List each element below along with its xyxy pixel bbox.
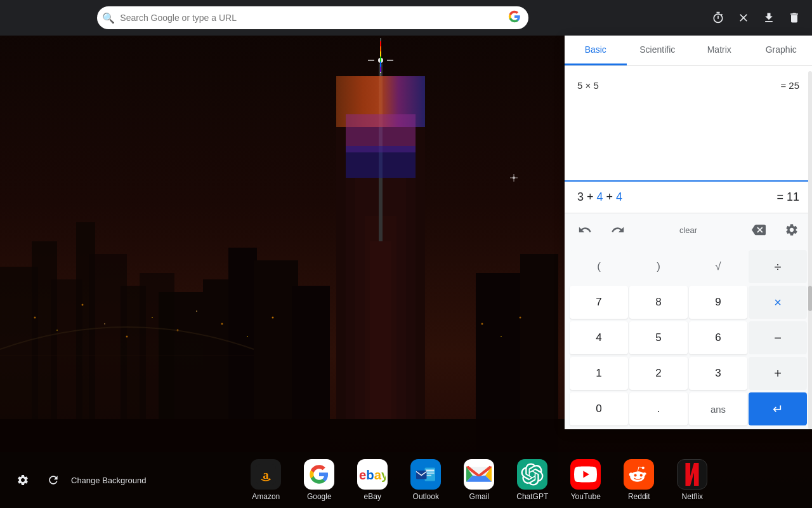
backspace-button[interactable] (743, 216, 774, 244)
svg-text:ebay: ebay (359, 468, 386, 482)
btn-ans[interactable]: ans (689, 392, 747, 425)
btn-sqrt[interactable]: √ (689, 250, 747, 283)
app-chatgpt[interactable]: ChatGPT (507, 457, 558, 504)
chatgpt-icon (517, 459, 547, 490)
youtube-label: YouTube (571, 492, 601, 501)
tab-basic[interactable]: Basic (565, 36, 627, 65)
change-background-button[interactable]: Change Background (71, 476, 147, 485)
app-amazon[interactable]: a Amazon (240, 457, 291, 504)
taskbar-apps: a Amazon Google (157, 457, 802, 504)
btn-9[interactable]: 9 (689, 286, 747, 319)
btn-multiply[interactable]: × (749, 286, 807, 319)
calc-row-1: ( ) √ ÷ (567, 249, 809, 284)
tab-graphic[interactable]: Graphic (750, 36, 813, 65)
calc-row-5: 0 . ans ↵ (567, 391, 809, 427)
app-gmail[interactable]: Gmail (454, 457, 504, 504)
btn-8[interactable]: 8 (629, 286, 688, 319)
tab-matrix[interactable]: Matrix (688, 36, 750, 65)
gmail-label: Gmail (469, 492, 489, 501)
youtube-icon (570, 459, 601, 490)
clear-button[interactable]: clear (636, 216, 741, 244)
google-icon (304, 459, 334, 490)
app-outlook[interactable]: Outlook (400, 457, 451, 504)
reddit-icon (624, 459, 654, 490)
netflix-label: Netflix (682, 492, 703, 501)
outlook-icon (410, 459, 441, 490)
scrollbar-thumb[interactable] (808, 286, 812, 311)
btn-3[interactable]: 3 (689, 357, 747, 390)
calc-row-2: 7 8 9 × (567, 284, 809, 320)
delete-button[interactable] (784, 8, 804, 28)
btn-divide[interactable]: ÷ (749, 250, 807, 283)
ebay-label: eBay (364, 492, 381, 501)
timer-button[interactable] (708, 8, 728, 28)
netflix-icon (677, 459, 707, 490)
svg-rect-62 (426, 470, 435, 472)
calc-row-4: 1 2 3 + (567, 356, 809, 391)
search-bar[interactable]: 🔍 (97, 6, 528, 29)
highlighted-4-second: 4 (616, 190, 622, 203)
settings-button[interactable] (776, 216, 807, 244)
history-row: 5 × 5 = 25 (577, 76, 799, 95)
google-g-icon (508, 10, 521, 25)
calculator-buttons: ( ) √ ÷ 7 8 9 × 4 5 6 − 1 2 3 + 0 . (565, 246, 812, 429)
app-google[interactable]: Google (294, 457, 344, 504)
btn-close-paren[interactable]: ) (629, 250, 688, 283)
current-result: = 11 (776, 190, 799, 204)
app-reddit[interactable]: Reddit (613, 457, 664, 504)
amazon-icon: a (251, 459, 281, 490)
outlook-label: Outlook (413, 492, 439, 501)
btn-0[interactable]: 0 (570, 392, 628, 425)
gmail-icon (464, 459, 494, 490)
highlighted-4-first: 4 (597, 190, 603, 203)
btn-4[interactable]: 4 (570, 321, 628, 354)
calc-row-3: 4 5 6 − (567, 320, 809, 356)
calculator-input-row: 3 + 4 + 4 = 11 (565, 180, 812, 213)
ebay-icon: ebay (357, 459, 388, 490)
calculator-panel: Basic Scientific Matrix Graphic 5 × 5 = … (565, 36, 812, 429)
amazon-label: Amazon (252, 492, 280, 501)
taskbar: Change Background a Amazon (0, 452, 812, 508)
undo-button[interactable] (570, 216, 600, 244)
btn-subtract[interactable]: − (749, 321, 807, 354)
settings-taskbar-button[interactable] (10, 467, 36, 493)
svg-rect-63 (426, 472, 435, 474)
history-result: = 25 (780, 80, 799, 91)
btn-2[interactable]: 2 (629, 357, 688, 390)
app-youtube[interactable]: YouTube (560, 457, 611, 504)
download-button[interactable] (759, 8, 779, 28)
current-expression: 3 + 4 + 4 (577, 190, 622, 204)
chrome-actions (708, 8, 804, 28)
btn-open-paren[interactable]: ( (570, 250, 628, 283)
calculator-scrollbar[interactable] (808, 71, 812, 429)
app-ebay[interactable]: ebay eBay (347, 457, 398, 504)
btn-7[interactable]: 7 (570, 286, 628, 319)
calculator-display: 5 × 5 = 25 (565, 66, 812, 180)
refresh-button[interactable] (41, 467, 66, 493)
history-expression: 5 × 5 (577, 80, 599, 91)
chatgpt-label: ChatGPT (516, 492, 548, 501)
search-input[interactable] (120, 13, 503, 23)
taskbar-left: Change Background (10, 467, 147, 493)
btn-add[interactable]: + (749, 357, 807, 390)
svg-text:a: a (263, 468, 270, 481)
btn-enter[interactable]: ↵ (749, 392, 807, 425)
btn-1[interactable]: 1 (570, 357, 628, 390)
redo-button[interactable] (603, 216, 633, 244)
app-netflix[interactable]: Netflix (667, 457, 717, 504)
btn-5[interactable]: 5 (629, 321, 688, 354)
chrome-bar: 🔍 (0, 0, 812, 36)
btn-decimal[interactable]: . (629, 392, 688, 425)
tab-scientific[interactable]: Scientific (627, 36, 689, 65)
google-label: Google (307, 492, 332, 501)
search-icon: 🔍 (102, 12, 115, 24)
calculator-controls: clear (565, 213, 812, 246)
calculator-tabs: Basic Scientific Matrix Graphic (565, 36, 812, 66)
reddit-label: Reddit (628, 492, 650, 501)
close-button[interactable] (733, 8, 754, 28)
btn-6[interactable]: 6 (689, 321, 747, 354)
